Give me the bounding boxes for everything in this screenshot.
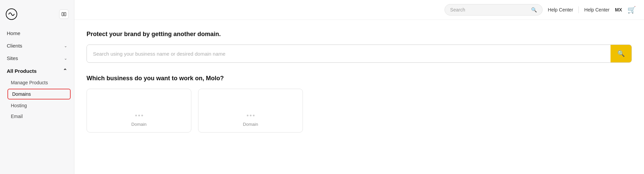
card-dot — [253, 115, 255, 116]
sidebar-subitem-domains-label: Domains — [12, 91, 31, 97]
sidebar-item-sites[interactable]: Sites ⌄ — [0, 52, 74, 64]
chevron-down-icon: ⌄ — [64, 56, 67, 61]
sidebar-subitem-manage-products-label: Manage Products — [11, 80, 48, 85]
main-area: 🔍 Help Center Help Center MX 🛒 Protect y… — [74, 0, 644, 174]
sidebar-item-home[interactable]: Home — [0, 27, 74, 39]
card-dot — [141, 115, 143, 116]
card-dot — [247, 115, 248, 116]
card-1-label: Domain — [132, 122, 147, 127]
sidebar-subitem-hosting-label: Hosting — [11, 103, 27, 108]
sidebar-item-clients-label: Clients — [7, 43, 22, 49]
sidebar-item-sites-label: Sites — [7, 55, 18, 61]
user-avatar[interactable]: MX — [615, 7, 622, 12]
sidebar-item-domains[interactable]: Domains — [7, 89, 71, 99]
chevron-up-icon: ⌃ — [63, 68, 67, 74]
header-divider — [578, 6, 579, 13]
sidebar: Home Clients ⌄ Sites ⌄ All Products ⌃ Ma… — [0, 0, 74, 174]
business-card-2[interactable]: Domain — [198, 89, 303, 133]
help-center-link-1[interactable]: Help Center — [548, 7, 573, 12]
card-dot — [135, 115, 137, 116]
svg-rect-1 — [62, 12, 64, 16]
search-input[interactable] — [450, 7, 528, 12]
sidebar-item-all-products-label: All Products — [7, 68, 37, 74]
sidebar-item-email[interactable]: Email — [0, 111, 74, 122]
domain-search-input[interactable] — [87, 46, 611, 61]
protect-brand-title: Protect your brand by getting another do… — [87, 31, 632, 38]
sidebar-subitem-email-label: Email — [11, 114, 23, 119]
search-bar-container: 🔍 — [445, 4, 543, 16]
search-icon[interactable]: 🔍 — [531, 7, 537, 12]
card-dot — [250, 115, 252, 116]
cart-icon[interactable]: 🛒 — [627, 6, 636, 14]
top-header: 🔍 Help Center Help Center MX 🛒 — [74, 0, 644, 20]
card-dot — [138, 115, 140, 116]
sidebar-item-home-label: Home — [7, 30, 20, 36]
main-content: Protect your brand by getting another do… — [74, 20, 644, 174]
chevron-down-icon: ⌄ — [64, 44, 67, 48]
sidebar-item-manage-products[interactable]: Manage Products — [0, 77, 74, 88]
collapse-sidebar-button[interactable] — [59, 9, 69, 19]
business-cards-container: Domain Domain — [87, 89, 632, 133]
card-2-label: Domain — [243, 122, 258, 127]
svg-rect-2 — [64, 12, 66, 16]
sidebar-item-all-products[interactable]: All Products ⌃ — [0, 64, 74, 77]
business-card-1[interactable]: Domain — [87, 89, 191, 133]
help-center-link-2[interactable]: Help Center — [584, 7, 610, 12]
card-1-dots — [135, 115, 143, 116]
which-business-title: Which business do you want to work on, M… — [87, 75, 632, 82]
sidebar-item-hosting[interactable]: Hosting — [0, 100, 74, 111]
domain-search-bar: 🔍 — [87, 45, 632, 63]
card-2-dots — [247, 115, 255, 116]
logo-icon[interactable] — [5, 8, 18, 20]
sidebar-header — [0, 5, 74, 27]
domain-search-button[interactable]: 🔍 — [611, 45, 631, 62]
sidebar-item-clients[interactable]: Clients ⌄ — [0, 39, 74, 52]
domain-search-icon: 🔍 — [617, 50, 625, 57]
